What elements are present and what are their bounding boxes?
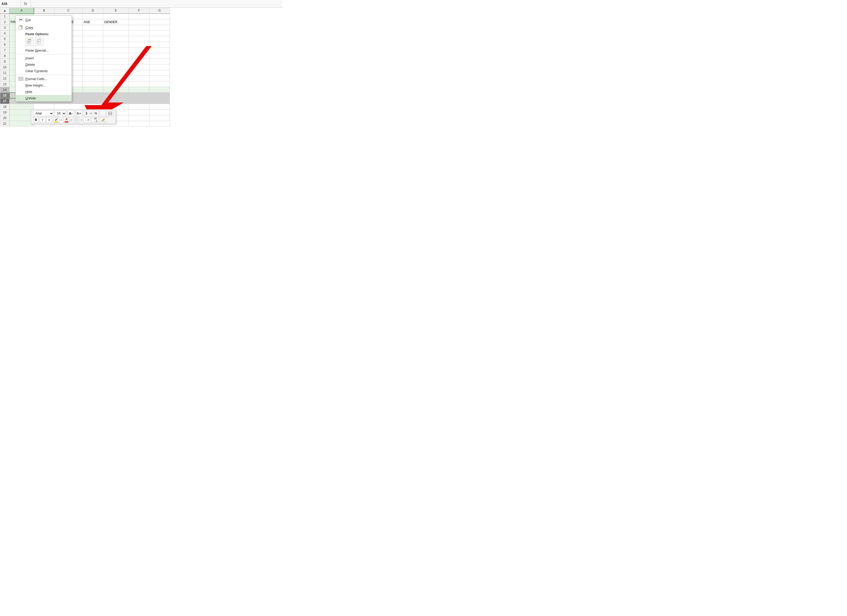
svg-rect-12 <box>19 77 21 78</box>
borders-dropdown-arrow[interactable]: ▾ <box>81 118 82 121</box>
mini-toolbar-row-2: B I ≡ 🖌 ▾ A ▾ <box>33 117 114 123</box>
formula-bar: A15 fx <box>0 0 282 8</box>
table-row: 18 <box>0 104 170 109</box>
context-menu-clear-contents[interactable]: Clear Contents <box>16 68 72 74</box>
cut-icon: ✂ <box>18 17 24 22</box>
context-menu-hide[interactable]: Hide <box>16 89 72 95</box>
highlight-dropdown-arrow[interactable]: ▾ <box>61 118 62 121</box>
col-header-C[interactable]: C <box>55 8 83 13</box>
percent-button[interactable]: % <box>93 111 99 116</box>
col-header-B[interactable]: B <box>34 8 55 13</box>
cell-G1[interactable] <box>149 13 170 19</box>
svg-rect-6 <box>28 42 29 43</box>
cell-E2[interactable]: GENDER <box>103 19 129 25</box>
row-height-label: Row Height... <box>25 83 69 87</box>
copy-icon <box>18 25 24 30</box>
merge-cells-button[interactable] <box>106 111 114 116</box>
font-color-dropdown-arrow[interactable]: ▾ <box>71 118 72 121</box>
highlight-color-bar <box>55 121 58 123</box>
paste-icons-row <box>16 37 72 47</box>
svg-rect-10 <box>38 42 39 42</box>
separator-2 <box>16 75 72 75</box>
corner-cell: ▲ <box>0 8 9 13</box>
increase-decimal-button[interactable]: .00→.0 <box>91 117 99 123</box>
paste-icon-1[interactable] <box>25 37 34 46</box>
svg-rect-13 <box>21 77 22 78</box>
font-color-indicator: A <box>65 118 68 123</box>
context-menu-copy[interactable]: Copy <box>16 24 72 31</box>
cut-label: Cut <box>25 18 69 22</box>
copy-label: Copy <box>25 26 69 30</box>
svg-rect-14 <box>19 79 21 80</box>
context-menu: ✂ Cut Copy Paste Options: <box>15 15 72 102</box>
format-cells-icon <box>18 77 24 81</box>
col-header-E[interactable]: E <box>103 8 129 13</box>
svg-rect-1 <box>19 26 22 30</box>
svg-rect-15 <box>21 79 22 80</box>
col-header-G[interactable]: G <box>149 8 170 13</box>
currency-button[interactable]: $ <box>84 111 89 116</box>
row-num-17: 17 <box>0 98 9 104</box>
cell-reference-box[interactable]: A15 <box>0 0 21 7</box>
column-header-row: ▲ A B C D E F G <box>0 8 170 13</box>
hide-label: Hide <box>25 90 69 94</box>
row-num-14: 14 <box>0 87 9 93</box>
context-menu-insert[interactable]: Insert <box>16 55 72 61</box>
font-size-select[interactable]: 10 <box>55 111 66 116</box>
mini-toolbar: Arial 10 A+ A▼ $ ▾ % , <box>31 109 116 124</box>
context-menu-paste-special[interactable]: Paste Special... <box>16 47 72 54</box>
col-header-F[interactable]: F <box>129 8 149 13</box>
cell-F2[interactable] <box>129 19 149 25</box>
mini-toolbar-row-1: Arial 10 A+ A▼ $ ▾ % , <box>33 111 114 116</box>
clear-contents-label: Clear Contents <box>25 69 69 73</box>
paste-options-label: Paste Options: <box>16 31 72 37</box>
row-num-2: 2 <box>0 19 9 25</box>
cell-F1[interactable] <box>129 13 149 19</box>
svg-marker-24 <box>102 118 105 121</box>
formula-fx-icon: fx <box>21 0 31 7</box>
spreadsheet-grid: ▲ A B C D E F G 1 <box>0 8 282 127</box>
context-menu-format-cells[interactable]: Format Cells... <box>16 75 72 82</box>
font-color-bar <box>65 121 68 123</box>
context-menu-cut[interactable]: ✂ Cut <box>16 16 72 24</box>
delete-label: Delete <box>25 63 69 66</box>
currency-dropdown-arrow[interactable]: ▾ <box>90 112 92 115</box>
paste-special-label: Paste Special... <box>25 49 69 52</box>
svg-rect-9 <box>38 41 40 41</box>
cell-D2[interactable]: AGE <box>83 19 103 25</box>
row-num-1: 1 <box>0 13 9 19</box>
svg-rect-5 <box>28 41 30 42</box>
col-header-D[interactable]: D <box>83 8 103 13</box>
context-menu-unhide[interactable]: Unhide <box>16 95 72 101</box>
separator-1 <box>16 54 72 55</box>
highlight-color-button[interactable]: 🖌 <box>53 117 60 123</box>
context-menu-delete[interactable]: Delete <box>16 61 72 68</box>
decrease-decimal-button[interactable]: ←.0 <box>83 117 91 123</box>
paste-options-text: Paste Options: <box>25 32 49 36</box>
borders-button[interactable] <box>73 117 80 123</box>
col-header-A[interactable]: A <box>9 8 34 13</box>
format-cells-label: Format Cells... <box>25 77 69 81</box>
italic-button[interactable]: I <box>40 117 46 123</box>
font-family-select[interactable]: Arial <box>33 111 54 116</box>
cell-G2[interactable] <box>149 19 170 25</box>
font-color-icon: A <box>65 118 68 121</box>
font-shrink-button[interactable]: A▼ <box>75 111 83 116</box>
cell-D1[interactable] <box>83 13 103 19</box>
comma-button[interactable]: , <box>100 111 105 116</box>
context-menu-row-height[interactable]: Row Height... <box>16 82 72 89</box>
paste-icon-2[interactable] <box>35 37 43 46</box>
unhide-label: Unhide <box>25 96 69 100</box>
cell-E1[interactable] <box>103 13 129 19</box>
font-color-button[interactable]: A <box>63 117 70 123</box>
insert-label: Insert <box>25 56 69 60</box>
svg-rect-4 <box>28 41 30 41</box>
eraser-button[interactable] <box>100 117 107 123</box>
highlight-icon: 🖌 <box>55 118 58 121</box>
align-button[interactable]: ≡ <box>46 117 52 123</box>
bold-button[interactable]: B <box>33 117 39 123</box>
font-grow-button[interactable]: A+ <box>67 111 74 116</box>
row-num-15: 15 <box>0 93 9 98</box>
highlight-color-indicator: 🖌 <box>55 118 58 123</box>
